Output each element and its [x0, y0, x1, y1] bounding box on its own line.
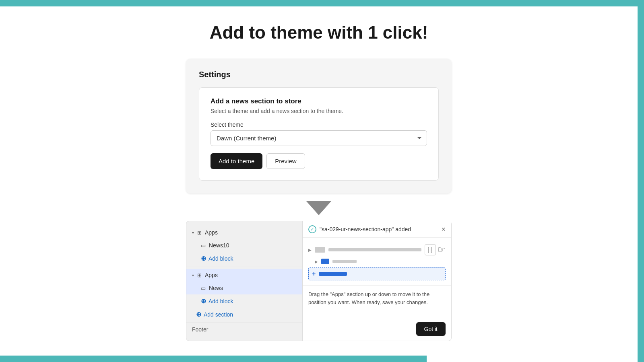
apps2-label: Apps: [205, 272, 218, 278]
settings-inner: Add a news section to store Select a the…: [199, 87, 439, 181]
news-label: News: [209, 285, 223, 291]
divider-1: [186, 267, 302, 267]
cursor-icon: ☞: [438, 245, 446, 255]
preview-row-2: ▶: [315, 257, 446, 266]
sidebar-item-apps2[interactable]: ▾ ⊞ Apps: [186, 269, 302, 282]
apps1-icon: ⊞: [197, 230, 202, 236]
drag-dot: [431, 247, 432, 249]
add-block1-label: Add block: [208, 255, 233, 262]
preview-block-blue: [321, 259, 329, 264]
main-content: Add to theme with 1 click! Settings Add …: [0, 6, 638, 362]
sidebar-item-apps1[interactable]: ▾ ⊞ Apps: [186, 226, 302, 239]
add-block2-label: Add block: [208, 298, 233, 304]
news10-label: News10: [209, 242, 229, 249]
bottom-panel: ▾ ⊞ Apps ▭ News10 ⊕ Add block ▾ ⊞ Apps ▭: [186, 221, 452, 341]
preview-arrow-icon-2: ▶: [315, 259, 318, 264]
add-section-label: Add section: [204, 311, 233, 318]
add-news-heading: Add a news section to store: [211, 97, 427, 105]
drag-dot: [428, 247, 429, 249]
preview-button[interactable]: Preview: [266, 153, 305, 169]
arrow-down-indicator: [306, 201, 332, 215]
drag-dot: [431, 251, 432, 253]
add-icon-blue: +: [312, 270, 316, 278]
preview-arrow-icon: ▶: [308, 248, 312, 252]
preview-block-gray: [315, 247, 325, 253]
preview-line-1: [328, 248, 421, 251]
sidebar-footer-item: Footer: [186, 323, 302, 336]
drag-handle-button[interactable]: [425, 244, 436, 255]
drag-dot: [431, 249, 432, 251]
check-circle-icon: ✓: [308, 225, 316, 233]
news10-icon: ▭: [201, 243, 206, 249]
notification-close-button[interactable]: ×: [441, 226, 446, 233]
preview-area: ▶ ☞: [303, 238, 451, 286]
info-panel: ✓ "sa-029-ur-news-section-app" added × ▶: [303, 221, 452, 341]
apps2-icon: ⊞: [197, 272, 202, 278]
settings-card: Settings Add a news section to store Sel…: [186, 59, 452, 193]
drag-dot: [428, 251, 429, 253]
theme-select[interactable]: Dawn (Current theme): [211, 130, 427, 146]
settings-title: Settings: [199, 70, 439, 79]
notification-text: "sa-029-ur-news-section-app" added: [320, 226, 411, 232]
plus-icon-2: ⊕: [201, 297, 206, 305]
apps1-label: Apps: [205, 229, 218, 236]
add-block-link-2[interactable]: ⊕ Add block: [186, 294, 302, 308]
notification-message-area: ✓ "sa-029-ur-news-section-app" added: [308, 225, 411, 233]
preview-row-1: ▶ ☞: [308, 243, 446, 257]
teal-accent-top: [0, 0, 644, 6]
select-theme-label: Select theme: [211, 121, 427, 128]
plus-icon-3: ⊕: [196, 311, 201, 318]
teal-accent-right: [638, 0, 644, 362]
info-text: Drag the "Apps" section up or down to mo…: [303, 286, 451, 319]
notification-bar: ✓ "sa-029-ur-news-section-app" added ×: [303, 221, 451, 238]
got-it-row: Got it: [303, 319, 451, 341]
sidebar-item-news10[interactable]: ▭ News10: [186, 239, 302, 252]
sidebar-panel: ▾ ⊞ Apps ▭ News10 ⊕ Add block ▾ ⊞ Apps ▭: [186, 221, 303, 341]
chevron-down-icon-2: ▾: [192, 273, 194, 278]
plus-icon-1: ⊕: [201, 255, 206, 262]
got-it-button[interactable]: Got it: [416, 322, 446, 336]
chevron-down-icon: ▾: [192, 230, 194, 235]
add-section-link[interactable]: ⊕ Add section: [186, 308, 302, 321]
sidebar-item-news[interactable]: ▭ News: [186, 282, 302, 294]
drag-dot: [428, 249, 429, 251]
action-buttons: Add to theme Preview: [211, 153, 427, 169]
blue-bar: [319, 272, 347, 276]
add-block-link-1[interactable]: ⊕ Add block: [186, 252, 302, 265]
add-to-theme-button[interactable]: Add to theme: [211, 153, 262, 169]
page-heading: Add to theme with 1 click!: [210, 23, 428, 43]
news-icon: ▭: [201, 285, 206, 291]
preview-line-2: [332, 260, 357, 263]
add-news-description: Select a theme and add a news section to…: [211, 108, 427, 114]
drag-dots: [428, 247, 433, 253]
preview-row-highlighted: +: [308, 267, 446, 280]
